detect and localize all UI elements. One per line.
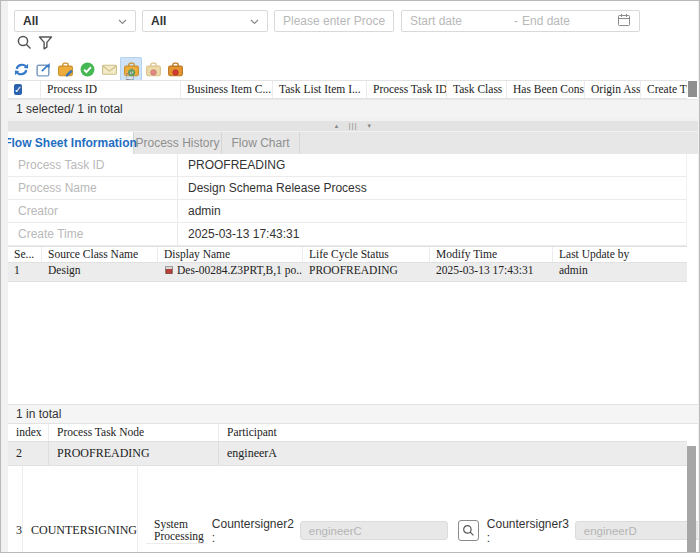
scrollbar-thumb[interactable] (687, 446, 696, 553)
cell-index: 3 (8, 466, 23, 553)
field-label: Creator (8, 200, 178, 222)
panel-splitter[interactable]: ▴ ||| ▾ (8, 121, 698, 131)
refresh-icon[interactable] (10, 57, 32, 81)
column-header: Display Name (158, 247, 303, 262)
detail-tabs: Flow Sheet Information Process History F… (8, 132, 698, 154)
collapse-down-icon[interactable]: ▾ (368, 121, 372, 131)
search-icon[interactable] (16, 34, 34, 52)
app-window: All All Start date - End date (0, 0, 700, 553)
field-label: Process Name (8, 177, 178, 199)
filter-dropdown-1[interactable]: All (14, 10, 136, 32)
chevron-down-icon (250, 14, 259, 28)
form-row: Process Task ID PROOFREADING (8, 154, 687, 177)
field-label: Process Task ID (8, 154, 178, 176)
column-header[interactable]: Task List Item I... (273, 81, 367, 98)
column-header: Life Cycle Status (303, 247, 430, 262)
system-processing-label: System Processing (146, 518, 204, 544)
countersigner-label: Countersigner3 : (487, 517, 575, 545)
participants-total: 1 in total (8, 404, 698, 424)
approve-icon[interactable] (76, 57, 98, 81)
tab-process-history[interactable]: Process History (134, 132, 222, 154)
field-value: 2025-03-13 17:43:31 (178, 227, 299, 241)
user-picker-button[interactable] (458, 520, 479, 541)
magnifier-icon (462, 524, 475, 537)
calendar-icon (617, 13, 631, 30)
column-header[interactable]: Process Task ID (367, 81, 447, 98)
cell-node: PROOFREADING (49, 442, 219, 465)
countersigner-row: Countersigner2 : (204, 517, 479, 545)
cell-life-cycle: PROOFREADING (303, 263, 430, 281)
column-header: Process Task Node (49, 424, 219, 441)
participants-table-header: index Process Task Node Participant (8, 424, 687, 442)
field-value: PROOFREADING (178, 158, 285, 172)
display-name-text: Des-00284.Z3PRT,B,1 po... (177, 264, 303, 276)
form-row: Process Name Design Schema Release Proce… (8, 177, 687, 200)
column-header[interactable]: Business Item C... (181, 81, 273, 98)
tab-flow-sheet-information[interactable]: Flow Sheet Information (8, 132, 134, 154)
lock-task-icon[interactable] (142, 57, 164, 81)
column-header: Participant (219, 424, 687, 441)
select-all-checkbox[interactable]: ✓ (14, 84, 22, 95)
process-task-input[interactable] (275, 11, 393, 31)
flow-sheet-form: Process Task ID PROOFREADING Process Nam… (8, 154, 687, 246)
column-header[interactable]: Create Time (641, 81, 687, 98)
task-list-panel: All All Start date - End date (8, 1, 698, 118)
dropdown-value: All (143, 14, 166, 28)
column-header[interactable]: Task Class (447, 81, 507, 98)
column-header[interactable]: Has Been Consi... (507, 81, 585, 98)
date-range-picker[interactable]: Start date - End date (401, 10, 640, 32)
objects-table-header: Se... Source Class Name Display Name Lif… (8, 246, 687, 263)
stop-task-icon[interactable] (164, 57, 186, 81)
field-label: Create Time (8, 223, 178, 245)
part-icon (164, 265, 174, 277)
cell-index: 2 (8, 442, 49, 465)
collapse-up-icon[interactable]: ▴ (335, 121, 339, 131)
field-value: Design Schema Release Process (178, 181, 367, 195)
column-header: Last Update by (553, 247, 687, 262)
cursor-icon: ☝ (125, 65, 135, 84)
mail-icon[interactable] (98, 57, 120, 81)
column-header: Source Class Name (42, 247, 158, 262)
chevron-down-icon (118, 14, 127, 28)
select-all-cell: ✓ (8, 81, 41, 98)
column-header: Modify Time (430, 247, 553, 262)
column-header: Se... (8, 247, 42, 262)
table-row[interactable]: 2 PROOFREADING engineerA (8, 442, 687, 466)
dropdown-value: All (15, 14, 38, 28)
countersigner-row: Countersigner3 : (479, 517, 698, 545)
column-header: index (8, 424, 49, 441)
process-task-filter (274, 10, 394, 32)
task-edit-icon[interactable] (54, 57, 76, 81)
cell-modify-time: 2025-03-13 17:43:31 (430, 263, 553, 281)
cell-seq: 1 (8, 263, 42, 281)
export-icon[interactable] (32, 57, 54, 81)
countersigner-input (575, 521, 698, 540)
field-value: admin (178, 204, 221, 218)
table-row[interactable]: 1 Design Des-00284.Z3PRT,B,1 po... PROOF… (8, 263, 687, 282)
column-header[interactable]: Origin Assigne... (585, 81, 641, 98)
column-header[interactable]: Process ID (41, 81, 181, 98)
countersigner-label: Countersigner2 : (212, 517, 300, 545)
task-table-header: ✓ Process ID Business Item C... Task Lis… (8, 80, 687, 99)
scrollbar-thumb[interactable] (688, 81, 697, 97)
date-separator: - (514, 14, 518, 28)
participants-table: index Process Task Node Participant 2 PR… (8, 424, 687, 553)
filter-icon[interactable] (37, 34, 55, 52)
filter-dropdown-2[interactable]: All (142, 10, 268, 32)
cell-participant: System Processing Countersigner2 : Count… (138, 466, 698, 553)
table-row[interactable]: 3 COUNTERSIGNING System Processing Count… (8, 466, 687, 553)
start-date-placeholder: Start date (410, 14, 510, 28)
detail-panel: Flow Sheet Information Process History F… (8, 132, 698, 553)
tabstrip-filler (300, 132, 698, 154)
cell-participant: engineerA (219, 442, 687, 465)
countersigner-input (300, 521, 448, 540)
cell-node: COUNTERSIGNING (23, 466, 138, 553)
objects-table: Se... Source Class Name Display Name Lif… (8, 246, 687, 282)
splitter-handle-icon[interactable]: ||| (348, 121, 357, 131)
cell-display-name: Des-00284.Z3PRT,B,1 po... (158, 263, 303, 281)
tab-flow-chart[interactable]: Flow Chart (222, 132, 300, 154)
cell-last-update-by: admin (553, 263, 687, 281)
form-row: Creator admin (8, 200, 687, 223)
form-row: Create Time 2025-03-13 17:43:31 (8, 223, 687, 246)
end-date-placeholder: End date (522, 14, 570, 28)
